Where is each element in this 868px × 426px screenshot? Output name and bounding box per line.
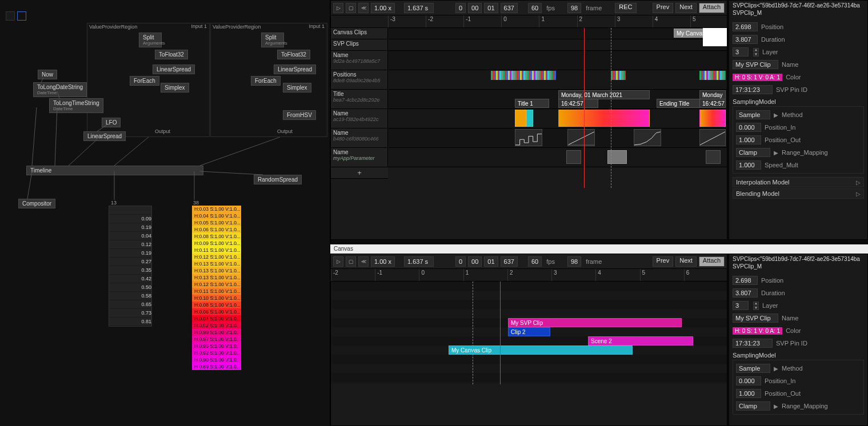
prev-button[interactable]: Prev: [653, 3, 674, 13]
clamp-tri-icon[interactable]: ▶: [774, 150, 778, 156]
clip-scene2-b[interactable]: Scene 2: [588, 336, 693, 345]
node-simplex-1[interactable]: Simplex: [161, 83, 189, 93]
node-compositor[interactable]: Compositor: [18, 199, 55, 208]
frame-field[interactable]: 98: [567, 3, 581, 13]
properties-top[interactable]: SVPClips<"59bd1b9d-7dc7-46f2-ae26-3e5731…: [729, 0, 868, 240]
timeline-panel-bottom[interactable]: ▷ ▢ ≪ 1.00 x 1.637 s 0 00 01 637 60 fps …: [330, 254, 727, 426]
stop-button-b[interactable]: ▢: [346, 256, 356, 267]
stripes-1[interactable]: [491, 71, 556, 80]
wave-4[interactable]: [699, 129, 726, 146]
graph-tool-2[interactable]: [17, 11, 26, 21]
clamp-field-b[interactable]: Clamp: [736, 401, 770, 411]
track-name-3[interactable]: Nameb480-c6f08080c466: [331, 128, 727, 148]
node-linearspread-2[interactable]: LinearSpread: [274, 65, 316, 74]
grad-main[interactable]: [558, 110, 650, 127]
grad-b[interactable]: [526, 110, 533, 127]
tc-3-b[interactable]: 637: [501, 256, 518, 267]
clip-canvas-b[interactable]: My Canvas Clip: [449, 345, 633, 355]
playhead-b[interactable]: [500, 282, 501, 384]
layer-field-b[interactable]: 3: [733, 301, 749, 310]
node-tolongtime[interactable]: ToLongTimeStringDateTime: [49, 98, 103, 113]
node-split-1[interactable]: SplitArguments: [139, 33, 162, 47]
method-field-b[interactable]: Sample: [736, 364, 770, 373]
grad-a[interactable]: [515, 110, 526, 127]
track-title[interactable]: Titlebea7-4cbc2d8c292e Title 1 Monday, 0…: [331, 90, 727, 109]
canvas-track-area[interactable]: My SVP Clip Clip 2 Scene 2 My Canvas Cli…: [331, 282, 727, 384]
wave-2[interactable]: [567, 129, 595, 146]
method-tri-icon[interactable]: ▶: [774, 112, 778, 118]
tc-3[interactable]: 637: [501, 3, 518, 13]
param-box-1[interactable]: [566, 150, 581, 164]
wave-1[interactable]: [515, 129, 542, 146]
interp-expander[interactable]: Interpolation Model▷: [733, 177, 864, 187]
node-simplex-2[interactable]: Simplex: [283, 83, 311, 93]
clip-date-r[interactable]: Monday: [699, 90, 726, 99]
node-tolongdate[interactable]: ToLongDateStringDateTime: [33, 82, 87, 97]
add-track-button[interactable]: +: [331, 167, 388, 179]
zoom-field-b[interactable]: 1.00 x: [371, 256, 395, 267]
node-timeline[interactable]: Timeline: [26, 166, 203, 175]
clip-time-r[interactable]: 16:42:57: [699, 99, 726, 108]
track-name-1[interactable]: Name9d2a-bc497188a5c7: [331, 51, 727, 70]
layer-stepper[interactable]: ▲▼: [753, 48, 759, 57]
tc-2[interactable]: 01: [484, 3, 498, 13]
svpin-field[interactable]: 17:31:23: [733, 85, 773, 94]
node-linearspread-1[interactable]: LinearSpread: [153, 65, 195, 74]
tc-1[interactable]: 00: [468, 3, 482, 13]
blend-expander[interactable]: Blending Model▷: [733, 188, 864, 199]
ruler-bottom[interactable]: -2-101234567: [331, 269, 727, 282]
next-button[interactable]: Next: [675, 3, 697, 13]
attach-button-b[interactable]: Attach: [699, 256, 725, 267]
node-foreach-2[interactable]: ForEach: [251, 76, 281, 86]
node-now[interactable]: Now: [38, 70, 57, 79]
attach-button[interactable]: Attach: [699, 3, 725, 13]
clamp-tri-icon-b[interactable]: ▶: [774, 403, 778, 409]
pin-field-b[interactable]: 0.000: [736, 376, 761, 385]
track-canvas-clips[interactable]: Canvas Clips My Canvas Clip: [331, 28, 727, 39]
fps-field-b[interactable]: 60: [528, 256, 542, 267]
svpin-field-b[interactable]: 17:31:23: [733, 339, 773, 348]
node-foreach-1[interactable]: ForEach: [130, 76, 159, 86]
clip-ending[interactable]: Ending Title: [657, 99, 702, 108]
fps-field[interactable]: 60: [528, 3, 542, 13]
tc-0[interactable]: 0: [455, 3, 466, 13]
name-field-b[interactable]: My SVP Clip: [733, 314, 778, 323]
layer-field[interactable]: 3: [733, 47, 749, 57]
zoom-field[interactable]: 1.00 x: [371, 3, 395, 13]
ruler-top[interactable]: -3-2-10123456: [388, 15, 727, 28]
tc-1-b[interactable]: 00: [468, 256, 482, 267]
color-chip-b[interactable]: H: 0 S: 1 V: 0 A: 1: [733, 327, 782, 335]
method-field[interactable]: Sample: [736, 110, 770, 119]
track-name-4[interactable]: NamemyApp/Parameter: [331, 148, 727, 167]
node-split-2[interactable]: SplitArguments: [261, 33, 284, 47]
node-randomspread[interactable]: RandomSpread: [254, 175, 302, 184]
graph-tool-1[interactable]: [6, 11, 15, 21]
position-field-b[interactable]: 2.698: [733, 276, 758, 285]
pout-field[interactable]: 1.000: [736, 135, 761, 144]
clip-title1[interactable]: Title 1: [515, 99, 549, 108]
clip-date[interactable]: Monday, 01 March 2021: [558, 90, 650, 99]
node-tofloat32-2[interactable]: ToFloat32: [277, 50, 310, 59]
rec-button[interactable]: REC: [615, 3, 636, 13]
track-svp-clips[interactable]: SVP Clips: [331, 39, 727, 51]
node-linearspread-free[interactable]: LinearSpread: [83, 131, 126, 141]
node-graph-panel[interactable]: ValueProviderRegion Input 1 SplitArgumen…: [0, 0, 330, 426]
stripes-2[interactable]: [611, 71, 626, 80]
pout-field-b[interactable]: 1.000: [736, 389, 761, 398]
node-lfo[interactable]: LFO: [102, 118, 121, 127]
play-button-b[interactable]: ▷: [333, 256, 343, 267]
clip-time[interactable]: 16:42:57: [558, 99, 598, 108]
rewind-button[interactable]: ≪: [358, 3, 369, 13]
timeline-panel-top[interactable]: ▷ ▢ ≪ 1.00 x 1.637 s 0 00 01 637 60 fps …: [330, 0, 727, 240]
color-chip[interactable]: H: 0 S: 1 V: 0 A: 1: [733, 74, 782, 81]
next-button-b[interactable]: Next: [675, 256, 697, 267]
speed-field[interactable]: 1.000: [736, 160, 761, 170]
layer-stepper-b[interactable]: ▲▼: [753, 302, 759, 310]
duration-field[interactable]: 3.807: [733, 35, 758, 44]
duration-field-b[interactable]: 3.807: [733, 288, 758, 298]
track-positions[interactable]: Positions8de8-09ad9c28e4b5: [331, 70, 727, 90]
canvas-tabstrip[interactable]: Canvas: [330, 244, 868, 254]
tc-2-b[interactable]: 01: [484, 256, 498, 267]
name-field[interactable]: My SVP Clip: [733, 60, 778, 69]
region-vp-2[interactable]: ValueProviderRegion Input 1 SplitArgumen…: [210, 23, 327, 137]
